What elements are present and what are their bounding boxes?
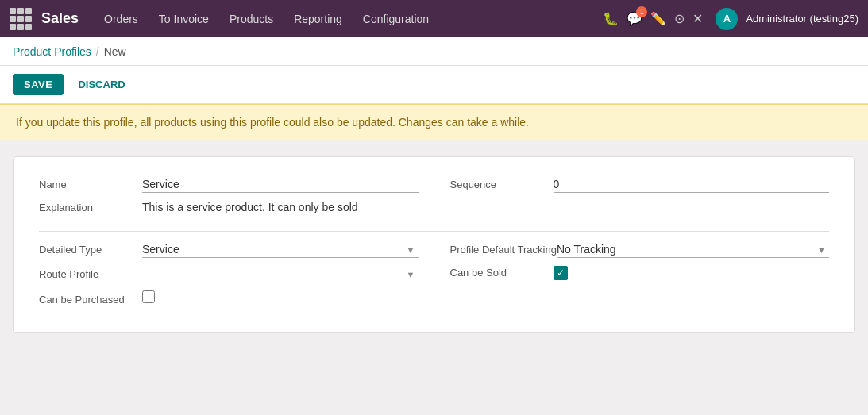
nav-reporting[interactable]: Reporting (284, 0, 352, 37)
warning-text: If you update this profile, all products… (16, 116, 529, 129)
discard-button[interactable]: DISCARD (70, 74, 133, 95)
explanation-label: Explanation (39, 202, 142, 213)
form-divider (39, 231, 829, 232)
top-navigation: Sales Orders To Invoice Products Reporti… (0, 0, 868, 37)
warning-banner: If you update this profile, all products… (0, 104, 868, 140)
form-section-bottom: Detailed Type Service Consumable Storabl… (39, 241, 829, 313)
bug-icon[interactable]: 🐛 (603, 11, 619, 26)
name-row: Name (39, 176, 419, 193)
tracking-label: Profile Default Tracking (450, 244, 557, 256)
detailed-type-select[interactable]: Service Consumable Storable Product (142, 241, 419, 258)
route-profile-row: Route Profile ▼ (39, 266, 419, 282)
can-be-sold-checkbox[interactable]: ✓ (554, 266, 568, 280)
help-icon[interactable]: ⊙ (674, 11, 685, 26)
can-be-sold-row: Can be Sold ✓ (450, 266, 830, 282)
save-button[interactable]: SAVE (13, 74, 64, 95)
chat-badge: 1 (636, 6, 647, 17)
sequence-label: Sequence (450, 179, 554, 190)
breadcrumb-separator: / (96, 45, 99, 58)
form-section-top: Name Sequence Explanation This is a serv… (39, 176, 829, 221)
route-profile-label: Route Profile (39, 268, 142, 280)
detailed-type-label: Detailed Type (39, 244, 142, 256)
tracking-select-wrap: No Tracking By Unique Serial Number By L… (557, 241, 829, 258)
can-be-purchased-row: Can be Purchased (39, 290, 419, 305)
main-content: Name Sequence Explanation This is a serv… (0, 140, 868, 349)
detailed-type-row: Detailed Type Service Consumable Storabl… (39, 241, 419, 258)
brand-name[interactable]: Sales (41, 10, 79, 27)
tracking-select[interactable]: No Tracking By Unique Serial Number By L… (557, 241, 829, 258)
sequence-row: Sequence (450, 176, 830, 193)
tracking-row: Profile Default Tracking No Tracking By … (450, 241, 830, 258)
nav-products[interactable]: Products (220, 0, 283, 37)
nav-links: Orders To Invoice Products Reporting Con… (95, 0, 600, 37)
breadcrumb: Product Profiles / New (0, 37, 868, 66)
avatar: A (716, 8, 738, 30)
form-card: Name Sequence Explanation This is a serv… (13, 156, 855, 333)
breadcrumb-current: New (104, 45, 126, 58)
name-input[interactable] (142, 176, 419, 193)
username: Administrator (testing25) (746, 13, 858, 25)
can-be-purchased-checkbox[interactable] (142, 290, 155, 303)
chat-icon-wrap[interactable]: 💬 1 (627, 11, 642, 26)
app-grid-icon[interactable] (10, 8, 32, 30)
topnav-actions: 🐛 💬 1 ✏️ ⊙ ✕ A Administrator (testing25) (603, 8, 858, 30)
breadcrumb-parent[interactable]: Product Profiles (13, 45, 91, 58)
explanation-value: This is a service product. It can only b… (142, 201, 419, 213)
nav-configuration[interactable]: Configuration (353, 0, 438, 37)
edit-icon[interactable]: ✏️ (650, 11, 666, 26)
can-be-sold-label: Can be Sold (450, 267, 554, 279)
close-icon[interactable]: ✕ (692, 11, 703, 26)
form-toolbar: SAVE DISCARD (0, 66, 868, 104)
route-profile-select[interactable] (142, 266, 419, 282)
route-profile-select-wrap: ▼ (142, 266, 419, 282)
name-label: Name (39, 179, 142, 190)
can-be-purchased-label: Can be Purchased (39, 294, 142, 305)
sequence-input[interactable] (554, 176, 830, 193)
nav-to-invoice[interactable]: To Invoice (149, 0, 218, 37)
detailed-type-select-wrap: Service Consumable Storable Product ▼ (142, 241, 419, 258)
nav-orders[interactable]: Orders (95, 0, 148, 37)
explanation-row: Explanation This is a service product. I… (39, 201, 419, 213)
